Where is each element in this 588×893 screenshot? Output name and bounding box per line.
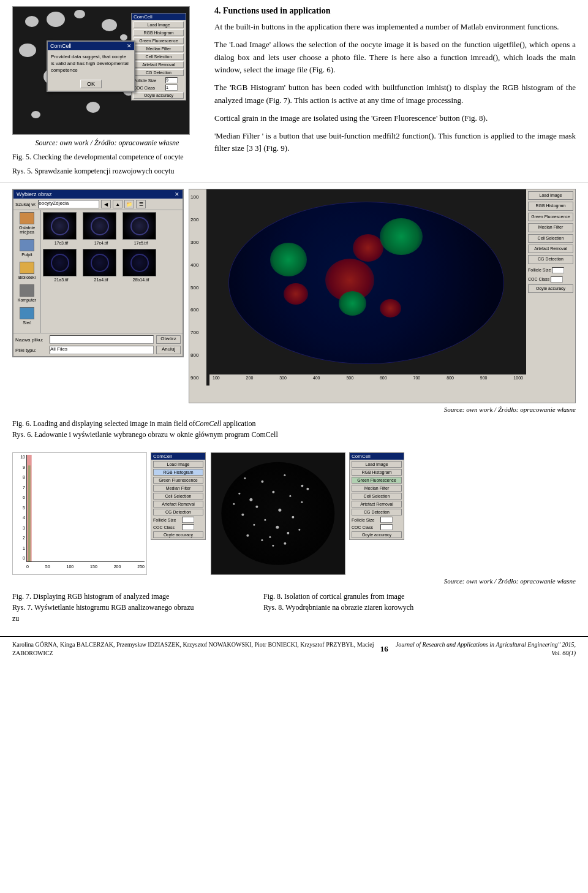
body-text: At the built-in buttons in the applicati… bbox=[214, 21, 576, 155]
oa8-btn[interactable]: Ocyte accuracy bbox=[352, 531, 402, 538]
main-app-fig6: 100 200 300 400 500 600 700 800 900 bbox=[189, 189, 576, 403]
search-combo[interactable]: oocytyZdjecia bbox=[38, 200, 99, 208]
coc8-input[interactable] bbox=[380, 524, 393, 530]
ar8-btn[interactable]: Artefact Removal bbox=[352, 501, 402, 507]
load8-btn[interactable]: Load Image bbox=[352, 461, 402, 468]
file-open-dialog[interactable]: Wybierz obraz ✕ Szukaj w: oocytyZdjecia … bbox=[12, 189, 184, 357]
fig6-caption-left: Fig. 6. Loading and displaying selected … bbox=[12, 418, 294, 440]
oocyte-circle bbox=[228, 202, 505, 365]
rgb8-btn[interactable]: RGB Histogram bbox=[352, 469, 402, 476]
median-filter-btn[interactable]: Median Filter bbox=[134, 45, 184, 52]
thumb-28b14[interactable]: 28b14.tif bbox=[123, 249, 159, 283]
file-dialog-content: Ostatnie miejsca Pulpit Biblioteki bbox=[13, 210, 183, 333]
ar7-btn[interactable]: Artefact Removal bbox=[153, 501, 203, 507]
rgb-histogram-btn-fig6[interactable]: RGB Histogram bbox=[528, 202, 573, 210]
cg7-btn[interactable]: CG Detection bbox=[153, 509, 203, 515]
recent-icon bbox=[20, 212, 34, 224]
fig5-source-caption: Source: own work / Źródło: opracowanie w… bbox=[12, 139, 202, 148]
thumb-21a3[interactable]: 21a3.tif bbox=[43, 249, 80, 283]
follicle-size-input[interactable]: 9 bbox=[165, 77, 178, 83]
spot bbox=[242, 514, 244, 516]
follicle7-row: Follicle Size bbox=[153, 517, 203, 523]
spot bbox=[250, 498, 253, 501]
fig78-row: 10 9 8 7 6 5 4 3 2 1 0 bbox=[12, 452, 576, 575]
thumb-img-17c4 bbox=[83, 212, 116, 240]
coc8-row: COC Class bbox=[352, 524, 402, 530]
canvas-inner bbox=[209, 192, 523, 373]
thumb-label-21a3: 21a3.tif bbox=[55, 278, 69, 282]
file-dialog-toolbar: Szukaj w: oocytyZdjecia ◀ ▲ 📁 ☰ bbox=[13, 199, 183, 210]
follicle7-input[interactable] bbox=[182, 517, 194, 523]
coc7-input[interactable] bbox=[182, 524, 194, 530]
app8-title: ComCell bbox=[350, 453, 404, 460]
load-image-btn-fig6[interactable]: Load Image bbox=[528, 191, 573, 200]
follicle-size-row: Follicle Size 9 bbox=[134, 77, 184, 83]
coc-input-fig6[interactable] bbox=[551, 276, 563, 283]
spot bbox=[265, 519, 266, 520]
sidebar-recent[interactable]: Ostatnie miejsca bbox=[15, 212, 39, 234]
follicle-input-fig6[interactable] bbox=[552, 267, 564, 273]
artefact-removal-btn-fig6[interactable]: Artefact Removal bbox=[528, 245, 573, 253]
rgb7-btn[interactable]: RGB Histogram bbox=[153, 469, 203, 476]
ocyte-accuracy-btn[interactable]: Ocyte accuracy bbox=[134, 92, 184, 99]
sidebar-network[interactable]: Sieć bbox=[15, 307, 39, 325]
cs7-btn[interactable]: Cell Selection bbox=[153, 493, 203, 500]
cs8-btn[interactable]: Cell Selection bbox=[352, 493, 402, 500]
coc-class-input[interactable]: 1 bbox=[165, 85, 178, 91]
ocyte-acc-btn-fig6[interactable]: Ocyte accuracy bbox=[528, 284, 573, 293]
gf8-btn[interactable]: Green Fluorescence bbox=[352, 477, 402, 484]
footer-authors: Karolina GÓRNA, Kinga BALCERZAK, Przemys… bbox=[12, 640, 380, 658]
app-window-fig8: ComCell Load Image RGB Histogram Green F… bbox=[349, 452, 404, 540]
artefact-removal-btn[interactable]: Artefact Removal bbox=[134, 61, 184, 68]
median-filter-btn-fig6[interactable]: Median Filter bbox=[528, 223, 573, 232]
spot bbox=[292, 515, 294, 518]
load-image-btn[interactable]: Load Image bbox=[134, 21, 184, 28]
fig7-cap-en: Fig. 7. Displaying RGB histogram of anal… bbox=[12, 591, 257, 602]
fig78-captions: Fig. 7. Displaying RGB histogram of anal… bbox=[12, 591, 576, 624]
fig7-caption: Fig. 7. Displaying RGB histogram of anal… bbox=[12, 591, 257, 624]
hist-y-axis: 10 9 8 7 6 5 4 3 2 1 0 bbox=[13, 453, 26, 562]
gf7-btn[interactable]: Green Fluorescence bbox=[153, 477, 203, 484]
green-fluorescence-btn-fig6[interactable]: Green Fluorescence bbox=[528, 213, 573, 221]
cell-selection-btn-fig6[interactable]: Cell Selection bbox=[528, 234, 573, 243]
canvas-container: 100 200 300 400 500 600 700 800 900 10 bbox=[206, 189, 526, 386]
cg8-btn[interactable]: CG Detection bbox=[352, 509, 402, 515]
up-btn[interactable]: ▲ bbox=[113, 200, 123, 208]
mf8-btn[interactable]: Median Filter bbox=[352, 485, 402, 492]
thumb-label-17c3: 17c3.tif bbox=[55, 241, 69, 245]
blob bbox=[19, 44, 36, 57]
sidebar-computer[interactable]: Komputer bbox=[15, 284, 39, 302]
blob bbox=[120, 34, 127, 40]
thumb-21a4[interactable]: 21a4.tif bbox=[83, 249, 119, 283]
view-btn[interactable]: ☰ bbox=[136, 200, 146, 208]
spot bbox=[233, 503, 235, 505]
oa7-btn[interactable]: Ocyte accuracy bbox=[153, 531, 203, 538]
sidebar-libraries[interactable]: Biblioteki bbox=[15, 262, 39, 279]
main-app-body: 100 200 300 400 500 600 700 800 900 bbox=[189, 189, 575, 386]
cg-detection-btn[interactable]: CG Detection bbox=[134, 69, 184, 76]
fig6-captions: Fig. 6. Loading and displaying selected … bbox=[12, 418, 576, 440]
load7-btn[interactable]: Load Image bbox=[153, 461, 203, 468]
rgb-histogram-btn[interactable]: RGB Histogram bbox=[134, 29, 184, 36]
cell-selection-btn[interactable]: Cell Selection bbox=[134, 53, 184, 60]
thumb-17c4[interactable]: 17c4.tif bbox=[83, 212, 119, 246]
open-button[interactable]: Otwórz bbox=[156, 335, 181, 344]
green-fluorescence-btn[interactable]: Green Fluorescence bbox=[134, 37, 184, 44]
filename-input[interactable] bbox=[50, 335, 154, 344]
thumb-17c3[interactable]: 17c3.tif bbox=[43, 212, 80, 246]
dialog-ok-button[interactable]: OK bbox=[80, 80, 102, 88]
paragraph3: The 'RGB Histogram' button has been code… bbox=[214, 82, 576, 107]
sidebar-desktop[interactable]: Pulpit bbox=[15, 239, 39, 257]
paragraph4: Cortical grain in the image are isolated… bbox=[214, 112, 576, 125]
cg-detection-btn-fig6[interactable]: CG Detection bbox=[528, 255, 573, 264]
y-axis: 100 200 300 400 500 600 700 800 900 bbox=[189, 189, 206, 386]
cancel-button[interactable]: Anuluj bbox=[156, 346, 181, 354]
follicle8-input[interactable] bbox=[380, 517, 393, 523]
back-btn[interactable]: ◀ bbox=[101, 200, 111, 208]
thumb-17c5[interactable]: 17c5.tif bbox=[123, 212, 159, 246]
filetype-input[interactable]: All Files bbox=[50, 346, 154, 354]
new-folder-btn[interactable]: 📁 bbox=[124, 200, 134, 208]
filename-row: Nazwa pliku: Otwórz bbox=[15, 335, 181, 344]
mf7-btn[interactable]: Median Filter bbox=[153, 485, 203, 492]
thumb-label-21a4: 21a4.tif bbox=[94, 278, 108, 282]
